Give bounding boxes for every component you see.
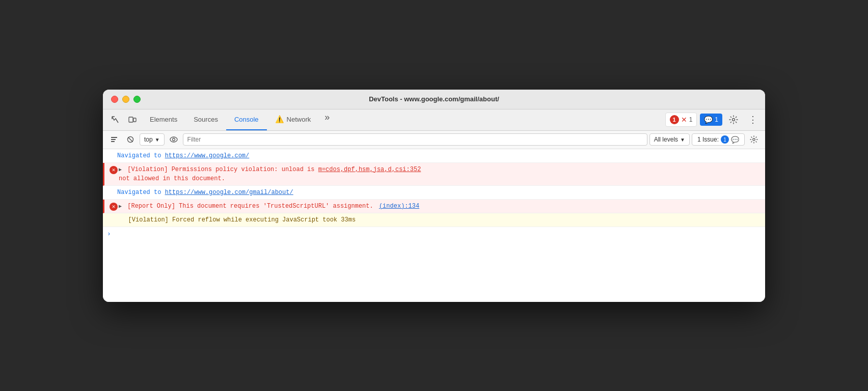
row-content-error-2: ▶ [Report Only] This document requires '… bbox=[119, 202, 761, 211]
error-text-2: [Report Only] This document requires 'Tr… bbox=[127, 203, 373, 210]
inspect-element-button[interactable] bbox=[107, 111, 123, 128]
tab-elements-label: Elements bbox=[150, 116, 177, 123]
warning-icon: ⚠️ bbox=[275, 115, 284, 123]
error-text-1: [Violation] Permissions policy violation… bbox=[127, 166, 318, 173]
row-content-navigate-1: Navigated to https://www.google.com/ bbox=[117, 151, 761, 160]
tab-sources-label: Sources bbox=[194, 116, 218, 123]
filter-input[interactable] bbox=[183, 133, 647, 146]
prompt-chevron: › bbox=[107, 230, 111, 238]
chat-icon: 💬 bbox=[704, 116, 713, 124]
svg-point-8 bbox=[170, 137, 177, 142]
error-badge-icon: ✕ bbox=[681, 116, 687, 124]
settings-button[interactable] bbox=[725, 111, 742, 128]
tab-network[interactable]: ⚠️ Network bbox=[267, 109, 319, 130]
svg-point-2 bbox=[733, 119, 735, 121]
levels-selector[interactable]: All levels ▼ bbox=[649, 133, 690, 146]
row-content-error-1: ▶ [Violation] Permissions policy violati… bbox=[119, 165, 761, 183]
window-title: DevTools - www.google.com/gmail/about/ bbox=[369, 95, 499, 103]
row-icon-empty-2 bbox=[107, 188, 117, 189]
row-icon-empty bbox=[107, 151, 117, 152]
issues-count: 1 bbox=[721, 135, 729, 144]
svg-rect-3 bbox=[111, 137, 117, 138]
clear-console-button[interactable] bbox=[107, 132, 121, 147]
row-content-navigate-2: Navigated to https://www.google.com/gmai… bbox=[117, 188, 761, 197]
svg-point-10 bbox=[753, 138, 755, 141]
error-icon-1: ✕ bbox=[108, 165, 119, 174]
svg-line-7 bbox=[128, 137, 133, 142]
issues-label: 1 Issue: bbox=[697, 136, 719, 143]
console-row-error-2: ✕ ▶ [Report Only] This document requires… bbox=[103, 200, 765, 213]
console-row-warning-1: [Violation] Forced reflow while executin… bbox=[103, 213, 765, 227]
chevron-down-icon: ▼ bbox=[680, 137, 685, 143]
eye-icon-button[interactable] bbox=[167, 132, 181, 147]
block-icon-button[interactable] bbox=[123, 132, 138, 147]
tab-console-label: Console bbox=[234, 116, 259, 123]
titlebar: DevTools - www.google.com/gmail/about/ bbox=[103, 90, 765, 109]
main-toolbar: Elements Sources Console ⚠️ Network » 1 … bbox=[103, 109, 765, 131]
error-count: 1 bbox=[670, 115, 679, 124]
expand-arrow-2[interactable]: ▶ bbox=[119, 204, 122, 209]
chat-issues-icon: 💬 bbox=[731, 136, 739, 144]
error-badge-button[interactable]: 1 ✕ 1 bbox=[665, 113, 697, 127]
more-options-button[interactable]: ⋮ bbox=[745, 111, 761, 128]
close-button[interactable] bbox=[111, 96, 118, 103]
tab-sources[interactable]: Sources bbox=[185, 109, 226, 130]
error-text-1b: not allowed in this document. bbox=[119, 175, 225, 182]
console-toolbar: top ▼ All levels ▼ 1 Issue: 1 💬 bbox=[103, 131, 765, 149]
chevron-down-icon: ▼ bbox=[155, 137, 160, 143]
error-circle-1: ✕ bbox=[110, 166, 118, 174]
error-count-label: 1 bbox=[689, 116, 693, 123]
more-tabs-button[interactable]: » bbox=[319, 109, 335, 126]
source-link-2[interactable]: (index):134 bbox=[379, 203, 419, 210]
console-prompt[interactable]: › bbox=[103, 227, 765, 241]
context-selector[interactable]: top ▼ bbox=[140, 133, 165, 146]
svg-rect-4 bbox=[111, 139, 116, 140]
warning-text-1: [Violation] Forced reflow while executin… bbox=[117, 216, 356, 224]
console-content: Navigated to https://www.google.com/ ✕ ▶… bbox=[103, 149, 765, 302]
tab-network-label: Network bbox=[287, 116, 311, 123]
levels-label: All levels bbox=[654, 136, 678, 143]
minimize-button[interactable] bbox=[122, 96, 129, 103]
context-label: top bbox=[144, 136, 153, 143]
warning-row-icon bbox=[107, 215, 117, 216]
tab-console[interactable]: Console bbox=[226, 109, 267, 130]
row-content-warning-1: [Violation] Forced reflow while executin… bbox=[117, 215, 761, 225]
devtools-window: DevTools - www.google.com/gmail/about/ E… bbox=[103, 90, 765, 302]
svg-rect-0 bbox=[129, 117, 133, 122]
error-icon-2: ✕ bbox=[108, 202, 119, 211]
message-badge-button[interactable]: 💬 1 bbox=[700, 114, 722, 126]
tab-elements[interactable]: Elements bbox=[142, 109, 185, 130]
traffic-lights bbox=[111, 96, 141, 103]
expand-arrow-1[interactable]: ▶ bbox=[119, 167, 122, 173]
message-count-label: 1 bbox=[715, 116, 718, 123]
console-row-navigate-2: Navigated to https://www.google.com/gmai… bbox=[103, 186, 765, 200]
maximize-button[interactable] bbox=[133, 96, 141, 103]
issues-button[interactable]: 1 Issue: 1 💬 bbox=[692, 133, 745, 146]
error-link-1[interactable]: m=cdos,dpf,hsm,jsa,d,csi:352 bbox=[318, 166, 421, 173]
device-toggle-button[interactable] bbox=[124, 111, 141, 128]
console-row-error-1: ✕ ▶ [Violation] Permissions policy viola… bbox=[103, 163, 765, 186]
console-row-navigate-1: Navigated to https://www.google.com/ bbox=[103, 149, 765, 163]
console-settings-button[interactable] bbox=[747, 132, 761, 147]
svg-rect-5 bbox=[111, 141, 115, 142]
navigate-text-1: Navigated to bbox=[117, 152, 165, 159]
tab-bar: Elements Sources Console ⚠️ Network » bbox=[142, 109, 664, 130]
navigate-text-2: Navigated to bbox=[117, 189, 165, 196]
navigate-link-2[interactable]: https://www.google.com/gmail/about/ bbox=[165, 189, 293, 196]
toolbar-right: 1 ✕ 1 💬 1 ⋮ bbox=[665, 111, 761, 128]
error-circle-2: ✕ bbox=[110, 203, 118, 211]
navigate-link-1[interactable]: https://www.google.com/ bbox=[165, 152, 250, 159]
svg-point-9 bbox=[172, 138, 175, 141]
svg-rect-1 bbox=[133, 118, 136, 122]
